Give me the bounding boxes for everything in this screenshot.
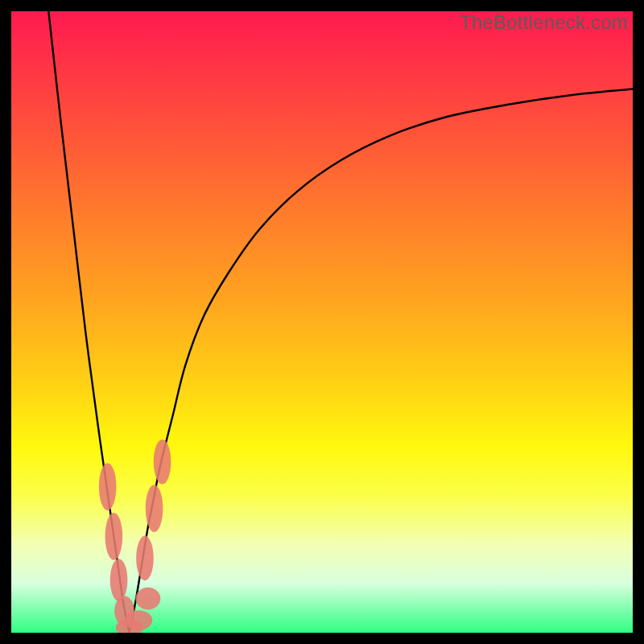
curve-right-branch	[130, 89, 633, 634]
chart-svg	[11, 11, 633, 633]
marker-9	[154, 440, 171, 485]
marker-6	[135, 588, 160, 610]
marker-0	[99, 463, 117, 510]
plot-area: TheBottleneck.com	[11, 11, 633, 633]
marker-2	[110, 559, 128, 601]
chart-frame: TheBottleneck.com	[0, 0, 644, 644]
marker-7	[136, 536, 154, 581]
curve-lines	[48, 11, 633, 633]
marker-8	[146, 485, 163, 532]
marker-1	[105, 513, 123, 560]
marker-5	[125, 610, 152, 630]
